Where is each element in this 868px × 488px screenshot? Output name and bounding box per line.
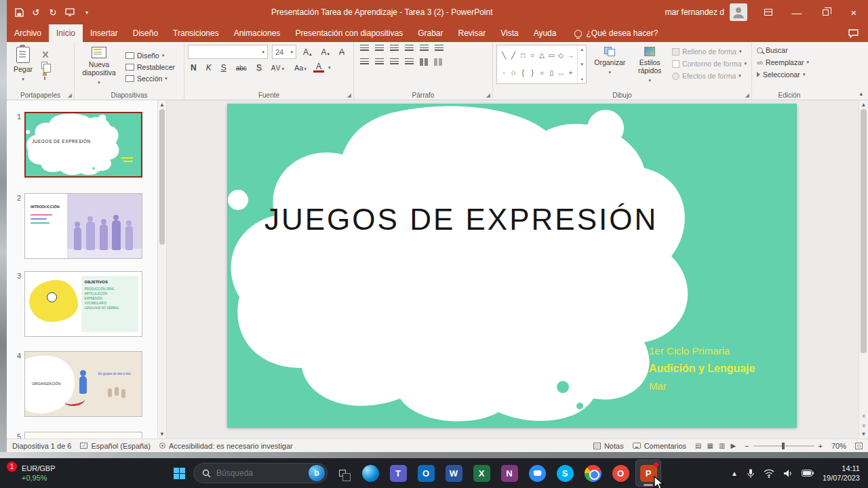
select-button[interactable]: Seleccionar▾: [757, 70, 822, 79]
zoom-thumb[interactable]: [782, 443, 785, 449]
bing-icon[interactable]: b: [309, 465, 325, 481]
notes-button[interactable]: Notas: [593, 442, 624, 450]
format-painter-icon[interactable]: [41, 73, 48, 80]
strikethrough-button[interactable]: abc: [233, 64, 250, 72]
thumbnail-slide-2[interactable]: 2 INTRODUCCIÓN: [7, 193, 142, 259]
slide-sorter-view-icon[interactable]: ▦: [707, 442, 713, 449]
tab-archivo[interactable]: Archivo: [7, 24, 49, 42]
zoom-out-button[interactable]: −: [745, 442, 749, 450]
comments-toggle-icon[interactable]: [839, 24, 868, 42]
shape-fill-button[interactable]: Relleno de forma▾: [672, 47, 747, 56]
increase-indent-icon[interactable]: [405, 45, 414, 52]
character-spacing-button[interactable]: AV▾: [269, 64, 288, 72]
customize-quick-access-icon[interactable]: ▾: [81, 6, 92, 18]
scrollbar-thumb[interactable]: [159, 109, 165, 245]
save-icon[interactable]: [14, 6, 24, 18]
restore-icon[interactable]: [811, 0, 840, 24]
normal-view-icon[interactable]: ▤: [695, 442, 701, 449]
arrange-button[interactable]: Organizar ▾: [591, 45, 629, 79]
thumbnail-scrollbar[interactable]: ▲ ▼: [157, 100, 167, 439]
close-icon[interactable]: ×: [840, 0, 868, 24]
battery-icon[interactable]: [802, 470, 814, 476]
account-name[interactable]: mar fernandez d: [665, 7, 724, 17]
spellcheck-status[interactable]: ✓ Español (España): [80, 442, 150, 450]
ribbon-display-options-icon[interactable]: [754, 0, 783, 24]
avatar[interactable]: [730, 3, 747, 21]
underline-button[interactable]: S: [218, 63, 229, 73]
microphone-icon[interactable]: [747, 468, 755, 479]
slideshow-view-icon[interactable]: ▶: [730, 442, 736, 449]
find-button[interactable]: Buscar: [757, 46, 822, 54]
slide-canvas[interactable]: JUEGOS DE EXPRESIÓN 1er Ciclo Primaria A…: [167, 100, 868, 439]
thumbnail-slide-3[interactable]: 3 OBJETIVOS PRODUCCIÓN ORAL ARTICULACIÓN…: [7, 271, 142, 337]
thumbnail-slide-4[interactable]: 4 ORGANIZACIÓN En grupos de dos o tres: [7, 351, 142, 417]
outlook-icon[interactable]: O: [413, 460, 439, 487]
task-view-icon[interactable]: [330, 460, 355, 487]
zoom-level[interactable]: 70%: [831, 442, 846, 450]
start-button[interactable]: [167, 460, 191, 487]
previous-slide-icon[interactable]: «: [860, 414, 867, 418]
volume-icon[interactable]: [783, 469, 793, 478]
dialog-launcher-icon[interactable]: ◢: [347, 92, 351, 98]
chrome-icon[interactable]: [580, 460, 606, 487]
tab-vista[interactable]: Vista: [493, 24, 526, 42]
align-center-icon[interactable]: [375, 58, 384, 66]
zoom-in-button[interactable]: +: [818, 442, 823, 450]
comments-button[interactable]: Comentarios: [633, 442, 686, 450]
collapse-ribbon-icon[interactable]: ▴: [859, 90, 863, 97]
minimize-icon[interactable]: —: [783, 0, 811, 24]
search-input[interactable]: [216, 468, 298, 478]
tab-ayuda[interactable]: Ayuda: [526, 24, 564, 42]
copy-icon[interactable]: [41, 62, 47, 69]
scroll-up-icon[interactable]: ▲: [159, 102, 165, 108]
replace-button[interactable]: abReemplazar▾: [757, 58, 822, 66]
line-spacing-icon[interactable]: [420, 45, 429, 52]
section-button[interactable]: Sección▾: [125, 75, 175, 83]
dialog-launcher-icon[interactable]: ◢: [745, 92, 749, 98]
reading-view-icon[interactable]: ▥: [719, 442, 725, 449]
font-name-combobox[interactable]: ▾: [188, 45, 268, 59]
redo-icon[interactable]: ↻: [47, 6, 58, 18]
align-right-icon[interactable]: [390, 58, 399, 66]
dialog-launcher-icon[interactable]: ◢: [68, 92, 72, 98]
shrink-font-button[interactable]: A▾: [319, 47, 333, 57]
slide-indicator[interactable]: Diapositiva 1 de 6: [12, 442, 71, 450]
wifi-icon[interactable]: [764, 469, 774, 478]
text-shadow-button[interactable]: S: [254, 63, 264, 73]
shapes-gallery[interactable]: ╲╱□○△▭◇→ ◦☆{}○▯↔＋ ▲▼▾: [496, 45, 587, 84]
clock[interactable]: 14:11 19/07/2023: [823, 464, 860, 483]
align-left-icon[interactable]: [360, 58, 369, 66]
scroll-down-icon[interactable]: ▼: [861, 431, 867, 437]
fit-slide-to-window-icon[interactable]: [855, 443, 863, 449]
scrollbar-thumb[interactable]: [861, 109, 867, 353]
dialog-launcher-icon[interactable]: ◢: [486, 92, 490, 98]
bullets-icon[interactable]: [360, 45, 369, 52]
opera-icon[interactable]: O: [608, 460, 633, 487]
widgets-button[interactable]: 1 EUR/GBP +0,95%: [7, 458, 56, 488]
justify-icon[interactable]: [405, 58, 414, 66]
teams-icon[interactable]: T: [385, 460, 411, 487]
bold-button[interactable]: N: [188, 63, 199, 73]
clear-formatting-button[interactable]: A: [336, 47, 347, 57]
font-color-button[interactable]: A: [313, 63, 324, 73]
grow-font-button[interactable]: A▴: [300, 47, 315, 57]
numbering-icon[interactable]: [375, 45, 384, 52]
cut-icon[interactable]: [41, 51, 49, 58]
tab-insertar[interactable]: Insertar: [83, 24, 125, 42]
slide-editing-surface[interactable]: JUEGOS DE EXPRESIÓN 1er Ciclo Primaria A…: [227, 104, 797, 428]
reset-button[interactable]: Restablecer: [125, 63, 175, 71]
font-size-combobox[interactable]: 24▾: [272, 45, 296, 59]
word-icon[interactable]: W: [441, 460, 467, 487]
new-slide-button[interactable]: Nueva diapositiva ▾: [78, 45, 120, 89]
shape-outline-button[interactable]: Contorno de forma▾: [672, 60, 747, 68]
tab-presentacion[interactable]: Presentación con diapositivas: [288, 24, 410, 42]
tab-transiciones[interactable]: Transiciones: [165, 24, 226, 42]
layout-button[interactable]: Diseño▾: [125, 52, 175, 60]
zoom-track[interactable]: [753, 445, 814, 447]
tell-me-search[interactable]: ¿Qué desea hacer?: [574, 24, 658, 42]
slide-title-text[interactable]: JUEGOS DE EXPRESIÓN: [264, 203, 637, 237]
thumbnail-slide-1[interactable]: 1 JUEGOS DE EXPRESIÓN: [7, 112, 142, 178]
scroll-down-icon[interactable]: ▼: [159, 431, 165, 437]
undo-icon[interactable]: ↺: [31, 6, 41, 18]
zoom-icon[interactable]: [524, 460, 550, 487]
